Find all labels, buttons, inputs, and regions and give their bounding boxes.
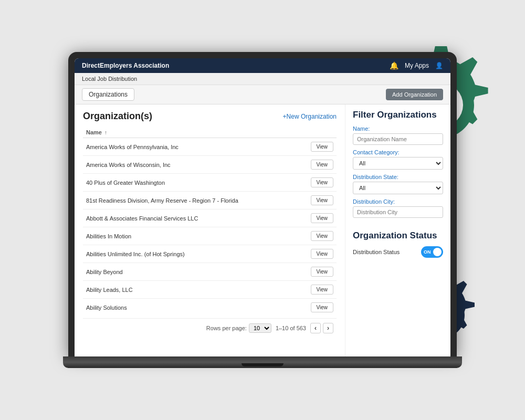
distribution-status-toggle[interactable]: ON: [421, 246, 443, 258]
col-action-header: [308, 127, 337, 138]
rows-per-page-select[interactable]: 10 25 50: [249, 323, 271, 333]
view-org-button[interactable]: View: [311, 231, 334, 241]
view-org-button[interactable]: View: [311, 213, 334, 223]
view-org-button[interactable]: View: [311, 160, 334, 170]
sort-arrow-icon[interactable]: ↑: [104, 130, 107, 135]
org-name-cell: Abilities Unlimited Inc. (of Hot Springs…: [83, 245, 308, 263]
nav-bar: DirectEmployers Association 🔔 My Apps 👤: [75, 58, 450, 73]
laptop-frame: DirectEmployers Association 🔔 My Apps 👤 …: [68, 52, 457, 368]
distribution-status-label: Distribution Status: [353, 249, 400, 255]
name-label: Name:: [353, 125, 443, 132]
org-action-cell: View: [308, 299, 337, 317]
org-action-cell: View: [308, 174, 337, 192]
view-org-button[interactable]: View: [311, 142, 334, 152]
tab-bar: Organizations Add Organization: [75, 85, 450, 104]
laptop-notch: [242, 363, 284, 366]
org-action-cell: View: [308, 192, 337, 209]
view-org-button[interactable]: View: [311, 302, 334, 312]
org-name-cell: America Works of Wisconsin, Inc: [83, 156, 308, 174]
view-org-button[interactable]: View: [311, 267, 334, 277]
table-row: Abilities In Motion View: [83, 227, 337, 245]
add-organization-button[interactable]: Add Organization: [386, 89, 443, 100]
toggle-on-text: ON: [424, 249, 431, 255]
prev-page-button[interactable]: ‹: [310, 323, 321, 333]
org-status-title: Organization Status: [353, 230, 443, 241]
org-name-cell: Ability Beyond: [83, 263, 308, 281]
rows-per-page-label: Rows per page:: [206, 325, 247, 331]
org-action-cell: View: [308, 156, 337, 174]
org-name-cell: 40 Plus of Greater Washington: [83, 174, 308, 192]
org-status-section: Organization Status Distribution Status …: [353, 225, 443, 258]
view-org-button[interactable]: View: [311, 177, 334, 187]
pagination-bar: Rows per page: 10 25 50 1–10 of 563 ‹ ›: [83, 318, 337, 338]
screen-content: DirectEmployers Association 🔔 My Apps 👤 …: [75, 58, 450, 356]
user-avatar[interactable]: 👤: [435, 62, 443, 69]
main-content: Organization(s) +New Organization Name ↑: [75, 104, 450, 356]
distribution-status-row: Distribution Status ON: [353, 246, 443, 258]
org-action-cell: View: [308, 209, 337, 227]
pagination-range: 1–10 of 563: [276, 325, 306, 331]
org-list-title: Organization(s): [83, 111, 152, 122]
org-action-cell: View: [308, 138, 337, 156]
org-action-cell: View: [308, 245, 337, 263]
table-row: America Works of Pennsylvania, Inc View: [83, 138, 337, 156]
filter-title: Filter Organizations: [353, 110, 443, 120]
my-apps-link[interactable]: My Apps: [405, 62, 429, 69]
org-list-section: Organization(s) +New Organization Name ↑: [75, 104, 345, 356]
toggle-track[interactable]: ON: [421, 246, 443, 258]
distribution-state-label: Distribution State:: [353, 174, 443, 180]
next-page-button[interactable]: ›: [323, 323, 333, 333]
nav-right: 🔔 My Apps 👤: [390, 61, 443, 70]
breadcrumb: Local Job Distribution: [75, 73, 450, 85]
org-table: Name ↑ America Works of Pennsylvania, In…: [83, 127, 337, 316]
laptop-screen: DirectEmployers Association 🔔 My Apps 👤 …: [68, 52, 457, 356]
distribution-state-select[interactable]: All: [353, 182, 443, 194]
org-name-cell: Ability Leads, LLC: [83, 281, 308, 299]
table-row: Ability Beyond View: [83, 263, 337, 281]
table-row: Abbott & Associates Financial Services L…: [83, 209, 337, 227]
org-name-input[interactable]: [353, 133, 443, 145]
distribution-city-label: Distribution City:: [353, 198, 443, 205]
new-org-link[interactable]: +New Organization: [283, 113, 337, 120]
org-name-cell: Abbott & Associates Financial Services L…: [83, 209, 308, 227]
rows-per-page: Rows per page: 10 25 50: [206, 323, 271, 333]
org-name-cell: America Works of Pennsylvania, Inc: [83, 138, 308, 156]
brand-name: DirectEmployers Association: [82, 62, 169, 69]
view-org-button[interactable]: View: [311, 195, 334, 205]
laptop-base: [63, 356, 462, 368]
contact-category-label: Contact Category:: [353, 149, 443, 155]
distribution-city-input[interactable]: [353, 206, 443, 218]
org-action-cell: View: [308, 227, 337, 245]
table-row: Ability Leads, LLC View: [83, 281, 337, 299]
table-row: 40 Plus of Greater Washington View: [83, 174, 337, 192]
col-name-header: Name ↑: [83, 127, 308, 138]
bell-icon[interactable]: 🔔: [390, 61, 398, 70]
org-action-cell: View: [308, 263, 337, 281]
tab-organizations[interactable]: Organizations: [82, 88, 134, 101]
pagination-nav: ‹ ›: [310, 323, 333, 333]
org-name-cell: Abilities In Motion: [83, 227, 308, 245]
org-name-cell: Ability Solutions: [83, 299, 308, 317]
org-action-cell: View: [308, 281, 337, 299]
contact-category-select[interactable]: All: [353, 157, 443, 170]
table-row: America Works of Wisconsin, Inc View: [83, 156, 337, 174]
table-row: Abilities Unlimited Inc. (of Hot Springs…: [83, 245, 337, 263]
toggle-thumb: [433, 248, 442, 256]
table-row: Ability Solutions View: [83, 299, 337, 317]
filter-section: Filter Organizations Name: Contact Categ…: [345, 104, 450, 356]
table-row: 81st Readiness Division, Army Reserve - …: [83, 192, 337, 209]
view-org-button[interactable]: View: [311, 249, 334, 259]
view-org-button[interactable]: View: [311, 285, 334, 295]
org-list-header: Organization(s) +New Organization: [83, 111, 337, 122]
org-name-cell: 81st Readiness Division, Army Reserve - …: [83, 192, 308, 209]
